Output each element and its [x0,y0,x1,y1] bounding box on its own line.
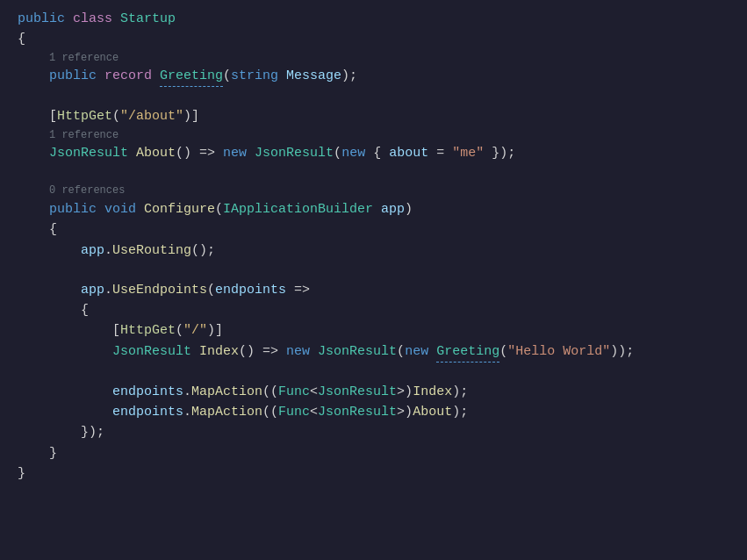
brace-configure-close: } [49,443,57,463]
record-end: ); [341,66,357,86]
attrib-paren-open: ( [112,106,120,126]
kw-void: void [104,199,144,219]
type-greeting: Greeting [160,66,223,87]
brace-endpoints-close: }); [81,422,104,442]
attrib-httpget: HttpGet [57,106,112,126]
jsonresult-new-1: JsonResult [255,143,334,163]
anon-open: { [373,143,389,163]
type-jsonresult-func-2: JsonResult [318,402,397,422]
line-class-decl: public class Startup [18,9,747,29]
map-paren-1: (( [262,382,278,402]
val-me: "me" [452,143,484,163]
method-mapaction-2: MapAction [191,402,262,422]
line-use-endpoints: app.UseEndpoints(endpoints => [18,280,747,300]
method-mapaction-1: MapAction [191,382,262,402]
attrib2-paren-open: ( [176,320,183,341]
map-end-1: ); [452,382,468,402]
kw-new-2: new [341,143,373,163]
brace-outer-close: } [18,463,25,484]
dot-routing: . [104,241,112,261]
param-app: app [373,199,405,219]
method-useendpoints: UseEndpoints [112,280,207,300]
kw-new-4: new [405,341,436,362]
endpoints-var-2: endpoints [112,402,183,422]
blank-4 [18,363,747,382]
type-func-2: Func [278,402,310,422]
arrow-op-1: => [199,143,223,163]
dot-map-2: . [183,402,191,422]
blank-3 [18,261,747,280]
kw-new-3: new [286,341,318,362]
about-parens: () [176,143,199,163]
generic-open-2: < [310,402,318,422]
eq-sign: = [428,143,452,163]
attrib-route-about: "/about" [120,106,183,126]
index-parens: () [239,341,262,362]
attrib-bracket-open: [ [49,106,57,126]
generic-close-1: >) [397,382,413,402]
method-index: Index [199,341,239,362]
line-record: public record Greeting(string Message); [18,66,747,87]
return-type-jsonresult-1: JsonResult [49,143,128,163]
attrib2-bracket-open: [ [112,320,120,341]
attrib2-close: )] [207,320,223,341]
paren-open: ( [223,66,231,86]
line-map-about: endpoints.MapAction((Func<JsonResult>)Ab… [18,402,747,422]
map-end-2: ); [452,402,468,422]
method-ref-index: Index [413,382,452,402]
endpoints-paren: ( [207,280,215,300]
line-index-method: JsonResult Index() => new JsonResult(new… [18,341,747,363]
generic-open-1: < [310,382,318,402]
method-ref-about: About [413,402,452,422]
line-about-method: JsonResult About() => new JsonResult(new… [18,143,747,163]
line-open-brace-outer: { [18,29,747,49]
ref-count-1: 1 reference [18,50,747,67]
line-open-brace-configure: { [18,219,747,240]
space-arrow [286,280,294,300]
method-about: About [136,143,176,163]
type-string: string [231,66,286,86]
keyword-class: class [73,9,120,29]
method-configure: Configure [144,199,215,219]
arrow-op-2: => [294,280,310,300]
line-configure-sig: public void Configure(IApplicationBuilde… [18,199,747,219]
param-endpoints: endpoints [215,280,286,300]
new-paren-1: ( [334,143,341,163]
brace-open: { [18,29,25,49]
endpoints-var-1: endpoints [112,382,183,402]
class-name: Startup [120,9,176,29]
line-map-index: endpoints.MapAction((Func<JsonResult>)In… [18,382,747,402]
configure-paren: ( [215,199,223,219]
line-open-brace-endpoints: { [18,300,747,320]
val-hello-world: "Hello World" [507,341,610,362]
line-attrib-root: [HttpGet("/")] [18,320,747,341]
kw-public-record: public [49,66,104,86]
line-close-outer: } [18,463,747,484]
app-var-routing: app [81,241,104,261]
brace-endpoints-open: { [81,300,89,320]
keyword-public: public [18,9,73,29]
map-paren-2: (( [262,402,278,422]
attrib2-route-root: "/" [183,320,207,341]
space [128,143,136,163]
code-editor: public class Startup { 1 reference publi… [0,0,747,560]
anon-close: }); [484,143,515,163]
attrib-close: )] [183,106,199,126]
space2 [191,341,199,362]
kw-new-1: new [223,143,255,163]
type-func-1: Func [278,382,310,402]
param-message: Message [286,66,341,86]
arrow-op-3: => [262,341,286,362]
configure-paren-close: ) [405,199,413,219]
method-userouting: UseRouting [112,241,191,261]
ref-count-2: 1 reference [18,127,747,144]
blank-1 [18,87,747,106]
type-greeting-2: Greeting [436,341,499,363]
line-close-endpoints: }); [18,422,747,442]
return-type-jsonresult-2: JsonResult [112,341,191,362]
prop-about: about [389,143,428,163]
jsonresult-new-2: JsonResult [318,341,397,362]
line-close-configure: } [18,443,747,463]
brace-configure-open: { [49,219,57,240]
dot-endpoints: . [104,280,112,300]
